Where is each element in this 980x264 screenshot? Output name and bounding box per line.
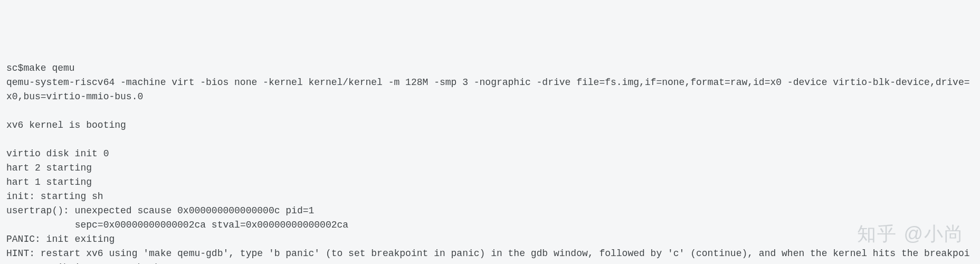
terminal-output: sc$make qemu qemu-system-riscv64 -machin… xyxy=(6,61,974,264)
output-line: qemu-system-riscv64 -machine virt -bios … xyxy=(6,77,970,102)
command-text: make qemu xyxy=(23,63,74,73)
output-line: xv6 kernel is booting xyxy=(6,120,126,130)
output-line: sepc=0x00000000000002ca stval=0x00000000… xyxy=(6,220,348,230)
output-line: PANIC: init exiting xyxy=(6,234,115,244)
output-line: usertrap(): unexpected scause 0x00000000… xyxy=(6,205,314,216)
output-line: init: starting sh xyxy=(6,191,103,202)
output-line: hart 1 starting xyxy=(6,177,92,187)
output-line: hart 2 starting xyxy=(6,163,92,173)
output-line: virtio disk init 0 xyxy=(6,148,109,159)
output-line: HINT: restart xv6 using 'make qemu-gdb',… xyxy=(6,248,970,264)
shell-prompt: sc$ xyxy=(6,63,23,73)
